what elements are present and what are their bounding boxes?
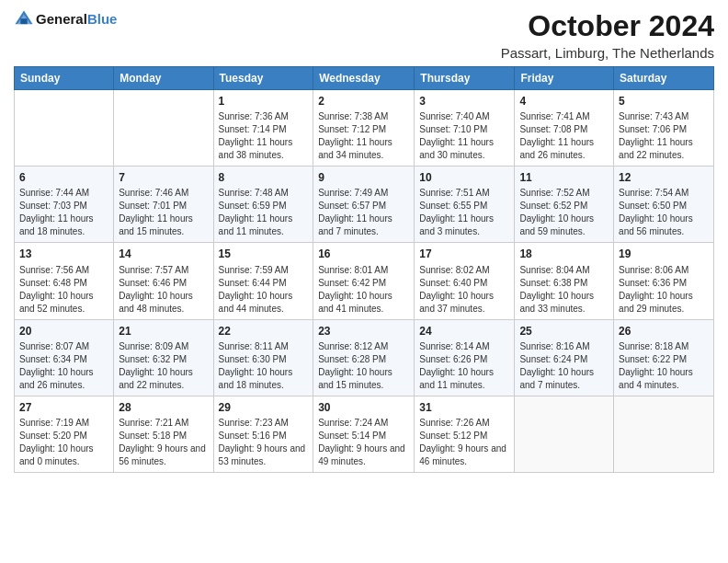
calendar-week-2: 6Sunrise: 7:44 AMSunset: 7:03 PMDaylight…	[15, 167, 714, 243]
day-number: 10	[419, 170, 509, 185]
day-number: 7	[119, 170, 208, 185]
calendar-cell-w1-d2	[114, 90, 213, 167]
day-number: 29	[219, 400, 309, 415]
header: GeneralBlue October 2024 Passart, Limbur…	[14, 9, 714, 61]
day-info: Sunrise: 8:02 AMSunset: 6:40 PMDaylight:…	[419, 264, 509, 316]
calendar-cell-w3-d4: 16Sunrise: 8:01 AMSunset: 6:42 PMDayligh…	[313, 243, 415, 319]
calendar-cell-w5-d7	[614, 396, 714, 472]
day-info: Sunrise: 7:49 AMSunset: 6:57 PMDaylight:…	[318, 187, 409, 238]
day-info: Sunrise: 7:56 AMSunset: 6:48 PMDaylight:…	[19, 264, 108, 316]
col-sunday: Sunday	[15, 67, 114, 90]
day-number: 30	[318, 400, 409, 415]
day-info: Sunrise: 7:41 AMSunset: 7:08 PMDaylight:…	[519, 110, 609, 162]
day-number: 26	[619, 324, 709, 339]
calendar-cell-w4-d5: 24Sunrise: 8:14 AMSunset: 6:26 PMDayligh…	[415, 319, 515, 396]
day-info: Sunrise: 7:59 AMSunset: 6:44 PMDaylight:…	[219, 264, 309, 316]
day-info: Sunrise: 8:18 AMSunset: 6:22 PMDaylight:…	[619, 340, 709, 392]
calendar-cell-w1-d3: 1Sunrise: 7:36 AMSunset: 7:14 PMDaylight…	[213, 90, 313, 167]
calendar-week-3: 13Sunrise: 7:56 AMSunset: 6:48 PMDayligh…	[15, 243, 714, 319]
logo-icon	[14, 9, 34, 29]
calendar-cell-w3-d5: 17Sunrise: 8:02 AMSunset: 6:40 PMDayligh…	[415, 243, 515, 319]
calendar-cell-w5-d4: 30Sunrise: 7:24 AMSunset: 5:14 PMDayligh…	[313, 396, 415, 472]
month-title: October 2024	[501, 9, 714, 43]
day-number: 13	[19, 247, 108, 261]
calendar-week-1: 1Sunrise: 7:36 AMSunset: 7:14 PMDaylight…	[15, 90, 714, 167]
day-number: 17	[419, 247, 509, 261]
page: GeneralBlue October 2024 Passart, Limbur…	[0, 0, 728, 563]
day-info: Sunrise: 7:44 AMSunset: 7:03 PMDaylight:…	[19, 187, 108, 238]
day-number: 9	[318, 170, 409, 185]
day-number: 8	[219, 170, 309, 185]
day-info: Sunrise: 8:07 AMSunset: 6:34 PMDaylight:…	[19, 340, 108, 392]
calendar-cell-w3-d7: 19Sunrise: 8:06 AMSunset: 6:36 PMDayligh…	[614, 243, 714, 319]
day-number: 11	[519, 170, 609, 185]
calendar-cell-w1-d5: 3Sunrise: 7:40 AMSunset: 7:10 PMDaylight…	[415, 90, 515, 167]
day-info: Sunrise: 8:01 AMSunset: 6:42 PMDaylight:…	[318, 264, 409, 316]
day-info: Sunrise: 7:24 AMSunset: 5:14 PMDaylight:…	[318, 417, 409, 468]
day-number: 4	[519, 94, 609, 109]
calendar-cell-w3-d3: 15Sunrise: 7:59 AMSunset: 6:44 PMDayligh…	[213, 243, 313, 319]
day-info: Sunrise: 7:19 AMSunset: 5:20 PMDaylight:…	[19, 417, 108, 468]
title-block: October 2024 Passart, Limburg, The Nethe…	[501, 9, 714, 61]
calendar-cell-w4-d2: 21Sunrise: 8:09 AMSunset: 6:32 PMDayligh…	[114, 319, 213, 396]
day-number: 28	[119, 400, 208, 415]
day-number: 1	[219, 94, 309, 109]
day-info: Sunrise: 7:40 AMSunset: 7:10 PMDaylight:…	[419, 110, 509, 162]
calendar-cell-w2-d4: 9Sunrise: 7:49 AMSunset: 6:57 PMDaylight…	[313, 167, 415, 243]
calendar-cell-w4-d6: 25Sunrise: 8:16 AMSunset: 6:24 PMDayligh…	[515, 319, 614, 396]
day-info: Sunrise: 7:36 AMSunset: 7:14 PMDaylight:…	[219, 110, 309, 162]
day-info: Sunrise: 8:06 AMSunset: 6:36 PMDaylight:…	[619, 264, 709, 316]
svg-rect-2	[20, 18, 27, 24]
calendar-table: Sunday Monday Tuesday Wednesday Thursday…	[14, 66, 714, 473]
day-info: Sunrise: 7:46 AMSunset: 7:01 PMDaylight:…	[119, 187, 208, 238]
day-number: 14	[119, 247, 208, 261]
day-number: 3	[419, 94, 509, 109]
calendar-cell-w1-d4: 2Sunrise: 7:38 AMSunset: 7:12 PMDaylight…	[313, 90, 415, 167]
day-info: Sunrise: 8:16 AMSunset: 6:24 PMDaylight:…	[519, 340, 609, 392]
day-number: 24	[419, 324, 509, 339]
day-info: Sunrise: 7:51 AMSunset: 6:55 PMDaylight:…	[419, 187, 509, 238]
day-number: 6	[19, 170, 108, 185]
calendar-cell-w3-d1: 13Sunrise: 7:56 AMSunset: 6:48 PMDayligh…	[15, 243, 114, 319]
calendar-cell-w4-d7: 26Sunrise: 8:18 AMSunset: 6:22 PMDayligh…	[614, 319, 714, 396]
col-wednesday: Wednesday	[313, 67, 415, 90]
calendar-cell-w5-d3: 29Sunrise: 7:23 AMSunset: 5:16 PMDayligh…	[213, 396, 313, 472]
calendar-cell-w4-d4: 23Sunrise: 8:12 AMSunset: 6:28 PMDayligh…	[313, 319, 415, 396]
calendar-cell-w5-d1: 27Sunrise: 7:19 AMSunset: 5:20 PMDayligh…	[15, 396, 114, 472]
location-title: Passart, Limburg, The Netherlands	[501, 45, 714, 61]
logo-blue: Blue	[87, 11, 118, 27]
day-number: 2	[318, 94, 409, 109]
calendar-cell-w5-d5: 31Sunrise: 7:26 AMSunset: 5:12 PMDayligh…	[415, 396, 515, 472]
calendar-cell-w2-d5: 10Sunrise: 7:51 AMSunset: 6:55 PMDayligh…	[415, 167, 515, 243]
day-number: 27	[19, 400, 108, 415]
day-number: 21	[119, 324, 208, 339]
calendar-cell-w2-d3: 8Sunrise: 7:48 AMSunset: 6:59 PMDaylight…	[213, 167, 313, 243]
col-thursday: Thursday	[415, 67, 515, 90]
day-info: Sunrise: 7:52 AMSunset: 6:52 PMDaylight:…	[519, 187, 609, 238]
col-friday: Friday	[515, 67, 614, 90]
logo-text-block: GeneralBlue	[36, 12, 117, 28]
day-number: 20	[19, 324, 108, 339]
day-info: Sunrise: 8:12 AMSunset: 6:28 PMDaylight:…	[318, 340, 409, 392]
calendar-week-4: 20Sunrise: 8:07 AMSunset: 6:34 PMDayligh…	[15, 319, 714, 396]
calendar-cell-w4-d3: 22Sunrise: 8:11 AMSunset: 6:30 PMDayligh…	[213, 319, 313, 396]
day-number: 23	[318, 324, 409, 339]
day-info: Sunrise: 8:11 AMSunset: 6:30 PMDaylight:…	[219, 340, 309, 392]
logo: GeneralBlue	[14, 9, 117, 29]
calendar-header-row: Sunday Monday Tuesday Wednesday Thursday…	[15, 67, 714, 90]
day-info: Sunrise: 8:04 AMSunset: 6:38 PMDaylight:…	[519, 264, 609, 316]
day-info: Sunrise: 8:14 AMSunset: 6:26 PMDaylight:…	[419, 340, 509, 392]
day-info: Sunrise: 7:43 AMSunset: 7:06 PMDaylight:…	[619, 110, 709, 162]
calendar-cell-w3-d6: 18Sunrise: 8:04 AMSunset: 6:38 PMDayligh…	[515, 243, 614, 319]
day-number: 22	[219, 324, 309, 339]
day-number: 18	[519, 247, 609, 261]
calendar-cell-w2-d6: 11Sunrise: 7:52 AMSunset: 6:52 PMDayligh…	[515, 167, 614, 243]
day-info: Sunrise: 7:54 AMSunset: 6:50 PMDaylight:…	[619, 187, 709, 238]
day-number: 15	[219, 247, 309, 261]
day-info: Sunrise: 7:21 AMSunset: 5:18 PMDaylight:…	[119, 417, 208, 468]
col-monday: Monday	[114, 67, 213, 90]
calendar-cell-w4-d1: 20Sunrise: 8:07 AMSunset: 6:34 PMDayligh…	[15, 319, 114, 396]
calendar-cell-w3-d2: 14Sunrise: 7:57 AMSunset: 6:46 PMDayligh…	[114, 243, 213, 319]
calendar-cell-w1-d6: 4Sunrise: 7:41 AMSunset: 7:08 PMDaylight…	[515, 90, 614, 167]
day-number: 31	[419, 400, 509, 415]
